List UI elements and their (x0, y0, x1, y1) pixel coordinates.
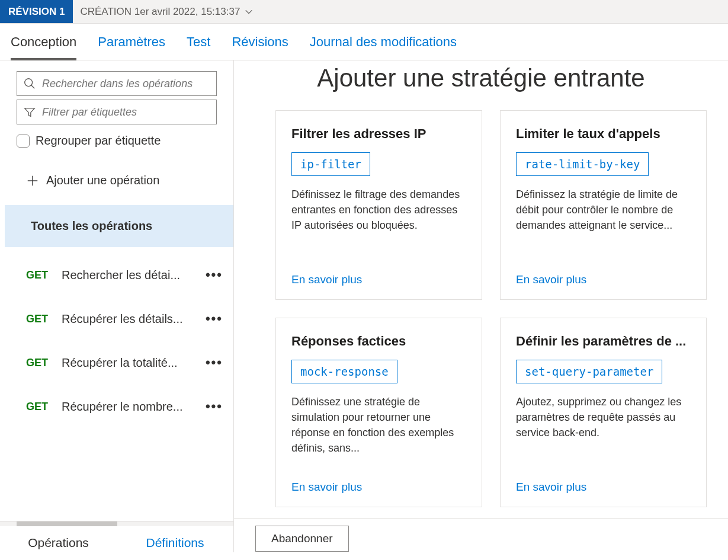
group-by-tag-row[interactable]: Regrouper par étiquette (17, 134, 217, 148)
add-operation-label: Ajouter une opération (46, 174, 159, 187)
plus-icon (26, 174, 39, 187)
svg-line-1 (31, 85, 35, 89)
card-code: ip-filter (291, 152, 370, 176)
filter-input[interactable] (42, 106, 210, 119)
operation-name: Récupérer le nombre... (62, 400, 191, 414)
policy-card-mock-response[interactable]: Réponses factices mock-response Définiss… (275, 318, 482, 507)
http-method: GET (26, 269, 51, 281)
chevron-down-icon (245, 8, 253, 16)
scrollbar-thumb[interactable] (17, 521, 117, 526)
revision-dropdown[interactable]: CRÉATION 1er avril 2022, 15:13:37 (73, 0, 260, 23)
tab-changelog[interactable]: Journal des modifications (310, 34, 457, 60)
tab-test[interactable]: Test (187, 34, 210, 60)
sidebar-bottom-tabs: Opérations Définitions (0, 526, 233, 552)
group-checkbox[interactable] (17, 135, 30, 148)
learn-more-link[interactable]: En savoir plus (516, 481, 692, 494)
more-icon[interactable]: ••• (202, 355, 226, 370)
learn-more-link[interactable]: En savoir plus (516, 273, 692, 286)
add-operation-button[interactable]: Ajouter une opération (26, 174, 217, 187)
tab-settings[interactable]: Paramètres (98, 34, 165, 60)
footer-bar: Abandonner (234, 518, 728, 552)
tab-design[interactable]: Conception (11, 34, 76, 60)
more-icon[interactable]: ••• (202, 399, 226, 414)
policy-card-ip-filter[interactable]: Filtrer les adresses IP ip-filter Défini… (275, 110, 482, 300)
policy-cards-grid: Filtrer les adresses IP ip-filter Défini… (234, 110, 728, 507)
http-method: GET (26, 357, 51, 369)
operation-name: Récupérer les détails... (62, 312, 191, 326)
card-title: Définir les paramètres de ... (516, 334, 692, 349)
card-description: Définissez le filtrage des demandes entr… (291, 187, 467, 263)
card-title: Limiter le taux d'appels (516, 126, 692, 142)
operation-item[interactable]: GET Rechercher les détai... ••• (5, 253, 233, 297)
operation-name: Récupérer la totalité... (62, 356, 191, 370)
learn-more-link[interactable]: En savoir plus (291, 481, 467, 494)
creation-timestamp: CRÉATION 1er avril 2022, 15:13:37 (80, 6, 240, 18)
card-title: Filtrer les adresses IP (291, 126, 467, 142)
operations-list: GET Rechercher les détai... ••• GET Récu… (5, 253, 233, 428)
http-method: GET (26, 401, 51, 413)
card-code: set-query-parameter (516, 360, 662, 383)
card-description: Ajoutez, supprimez ou changez les paramè… (516, 394, 692, 470)
policy-card-rate-limit[interactable]: Limiter le taux d'appels rate-limit-by-k… (500, 110, 707, 300)
operations-sidebar: Regrouper par étiquette Ajouter une opér… (0, 60, 234, 552)
page-title: Ajouter une stratégie entrante (234, 64, 728, 92)
card-description: Définissez une stratégie de simulation p… (291, 394, 467, 470)
operation-item[interactable]: GET Récupérer le nombre... ••• (5, 385, 233, 428)
learn-more-link[interactable]: En savoir plus (291, 273, 467, 286)
tab-revisions[interactable]: Révisions (232, 34, 288, 60)
filter-tags[interactable] (17, 100, 217, 124)
card-code: rate-limit-by-key (516, 152, 649, 176)
http-method: GET (26, 313, 51, 325)
operation-name: Rechercher les détai... (62, 268, 191, 282)
more-icon[interactable]: ••• (202, 267, 226, 283)
operation-item[interactable]: GET Récupérer la totalité... ••• (5, 341, 233, 385)
group-label: Regrouper par étiquette (36, 134, 161, 148)
horizontal-scrollbar[interactable] (0, 521, 233, 526)
policy-card-set-query-parameter[interactable]: Définir les paramètres de ... set-query-… (500, 318, 707, 507)
tab-operations[interactable]: Opérations (0, 533, 117, 552)
card-title: Réponses factices (291, 334, 467, 349)
main-panel: Ajouter une stratégie entrante Filtrer l… (234, 60, 728, 552)
abandon-button[interactable]: Abandonner (255, 526, 349, 552)
all-operations-item[interactable]: Toutes les opérations (5, 205, 233, 247)
search-input[interactable] (42, 78, 210, 90)
card-code: mock-response (291, 360, 397, 383)
filter-icon (23, 105, 36, 119)
revision-badge[interactable]: RÉVISION 1 (0, 0, 73, 23)
operation-item[interactable]: GET Récupérer les détails... ••• (5, 297, 233, 341)
search-icon (23, 77, 36, 90)
revision-bar: RÉVISION 1 CRÉATION 1er avril 2022, 15:1… (0, 0, 728, 24)
more-icon[interactable]: ••• (202, 311, 226, 327)
search-operations[interactable] (17, 71, 217, 96)
tab-definitions[interactable]: Définitions (117, 533, 233, 552)
card-description: Définissez la stratégie de limite de déb… (516, 187, 692, 263)
main-tabs: Conception Paramètres Test Révisions Jou… (0, 24, 728, 60)
svg-point-0 (25, 79, 33, 87)
